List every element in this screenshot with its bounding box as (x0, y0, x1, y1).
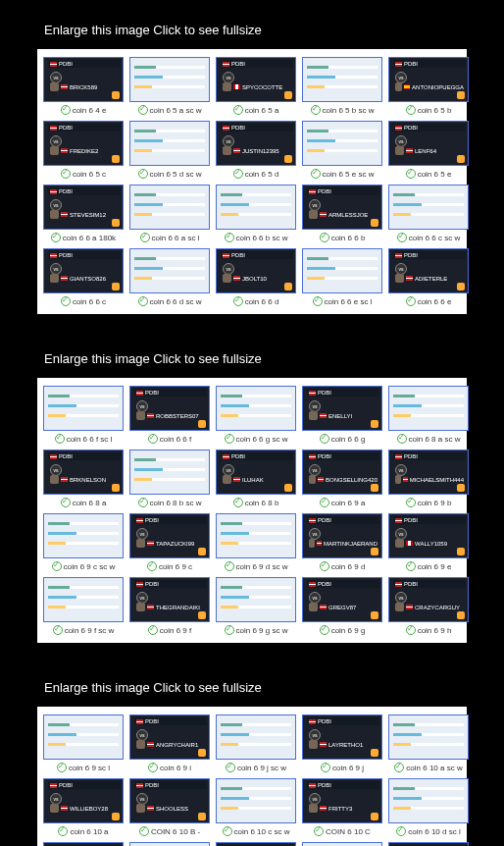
thumbnail[interactable] (302, 842, 382, 846)
badge-icon (457, 283, 465, 291)
thumbnail[interactable] (129, 121, 210, 166)
thumbnail[interactable] (216, 714, 296, 760)
thumbnail[interactable]: PDBIvsHECTORESCOBEDOO (43, 842, 124, 846)
thumbnail[interactable] (129, 185, 210, 230)
thumbnail[interactable] (216, 513, 296, 558)
thumbnail[interactable] (129, 842, 210, 846)
score-row (134, 85, 205, 88)
thumbnail[interactable]: PDBIvsFRITTY3 (302, 778, 382, 823)
check-icon (53, 625, 63, 635)
thumbnail[interactable] (388, 185, 469, 230)
thumbnail-cell: PDBIvsJUSTIN12395coin 6 5 d (216, 121, 296, 179)
thumbnail[interactable]: PDBIvsBOATSANDHOES90 (216, 842, 296, 846)
check-icon (397, 434, 407, 444)
score-row (221, 542, 291, 545)
enlarge-link[interactable]: Enlarge this image (44, 23, 150, 37)
label-text: coin 6 8 b sc w (150, 499, 202, 507)
enlarge-link[interactable]: Enlarge this image (44, 351, 150, 366)
thumbnail[interactable] (388, 714, 469, 760)
thumbnail-label: coin 6 8 b (233, 498, 279, 507)
thumbnail[interactable] (129, 449, 210, 495)
thumbnail[interactable] (129, 248, 210, 293)
fullsize-link[interactable]: Click to see fullsize (150, 680, 262, 695)
thumbnail[interactable] (216, 185, 296, 230)
thumbnail[interactable]: PDBIvsMICHAELSMITH444 (388, 449, 469, 495)
thumbnail-cell: PDBIvsADIETERLEcoin 6 6 e (388, 248, 469, 306)
thumbnail[interactable]: PDBIvsLAYRETHO1 (302, 714, 382, 760)
thumbnail[interactable]: PDBIvsTHEGRANDAIKI (129, 577, 210, 622)
thumbnail[interactable]: PDBIvsLENF64 (388, 121, 469, 166)
thumbnail-cell: coin 6 8 b sc w (129, 449, 210, 507)
thumbnail[interactable]: PDBIvsBRICK589 (43, 57, 124, 102)
thumbnail[interactable] (388, 778, 469, 823)
thumbnail[interactable] (43, 714, 124, 760)
thumbnail[interactable]: PDBIvsILUHAK (216, 449, 296, 495)
thumbnail-cell: PDBIvsARMLESSJOEcoin 6 6 b (302, 185, 382, 242)
thumbnail-cell: coin 6 6 b sc w (216, 185, 296, 242)
thumbnail[interactable] (302, 121, 382, 166)
thumbnail[interactable] (43, 386, 124, 431)
flag-icon (233, 477, 240, 482)
fullsize-link[interactable]: Click to see fullsize (150, 23, 262, 37)
thumbnail[interactable]: PDBIvsMARTINKJAERAND (302, 513, 382, 558)
thumbnail[interactable] (43, 577, 124, 622)
thumbnail-label: coin 6 5 b sc w (311, 105, 375, 115)
player1-row: PDBI (221, 124, 293, 132)
thumbnail[interactable]: PDBIvsADIETERLE (388, 248, 469, 293)
enlarge-caption[interactable]: Enlarge this image Click to see fullsize (0, 344, 504, 378)
thumbnail[interactable]: PDBIvsCRAZYCARGUY (388, 577, 469, 622)
player1-row: PDBI (221, 452, 293, 460)
player1-name: PDBI (145, 517, 159, 523)
thumbnail[interactable]: PDBIvsANTONIOPUEGGA (388, 57, 469, 102)
thumbnail[interactable]: PDBIvsANGRYCHAIR1 (129, 714, 210, 760)
thumbnail[interactable]: PDBIvsGIANTSO826 (43, 248, 124, 293)
enlarge-link[interactable]: Enlarge this image (44, 680, 150, 695)
thumbnail-cell: PDBIvsSPYCOCOTTEcoin 6 5 a (216, 57, 296, 115)
label-text: coin 6 6 a sc l (152, 234, 200, 242)
flag-icon (136, 391, 143, 396)
thumbnail[interactable]: PDBIvsROBBSTERS07 (129, 386, 210, 431)
enlarge-caption[interactable]: Enlarge this image Click to see fullsize (0, 672, 504, 707)
check-icon (320, 625, 329, 635)
thumbnail[interactable]: PDBIvsSTEVESIM12 (43, 185, 124, 230)
score-row (307, 149, 378, 152)
flag-icon (61, 148, 68, 153)
thumbnail[interactable]: PDBIvsARMLESSJOE (302, 185, 382, 230)
badge-icon (457, 91, 465, 99)
thumbnail[interactable]: PDBIvsSHOOLESS (129, 778, 210, 823)
label-text: coin 6 5 c (73, 170, 106, 179)
flag-icon (318, 477, 324, 482)
thumbnail[interactable]: PDBIvsJBOLT10 (216, 248, 296, 293)
player2-row: CRAZYCARGUY (393, 602, 466, 612)
thumbnail[interactable]: PDBIvsJUSTIN12395 (216, 121, 296, 166)
check-icon (311, 105, 321, 115)
thumbnail[interactable] (302, 57, 382, 102)
thumbnail[interactable]: PDBIvsSPYCOCOTTE (216, 57, 296, 102)
player1-name: PDBI (404, 61, 418, 67)
thumbnail[interactable]: PDBIvsWILLIEBOY28 (43, 778, 124, 823)
flag-icon (50, 783, 57, 788)
thumbnail[interactable] (43, 513, 124, 558)
fullsize-link[interactable]: Click to see fullsize (150, 351, 262, 366)
thumbnail[interactable] (216, 386, 296, 431)
thumbnail[interactable]: PDBIvsFREDIKE2 (43, 121, 124, 166)
thumbnail[interactable]: PDBIvsWALLY1059 (388, 513, 469, 558)
thumbnail[interactable]: PDBIvsENELLYI (302, 386, 382, 431)
thumbnail[interactable] (216, 577, 296, 622)
enlarge-caption[interactable]: Enlarge this image Click to see fullsize (0, 15, 504, 49)
thumbnail[interactable]: PDBIvsBONGSELLING420 (302, 449, 382, 495)
check-icon (61, 169, 71, 179)
thumbnail[interactable]: PDBIvsCHMURNIK (388, 842, 469, 846)
thumbnail[interactable] (216, 778, 296, 823)
thumbnail[interactable] (302, 248, 382, 293)
thumbnail[interactable]: PDBIvsBRKNELSON (43, 449, 124, 495)
thumbnail[interactable]: PDBIvsGREGV87 (302, 577, 382, 622)
player2-name: SPYCOCOTTE (242, 84, 282, 90)
score-row (134, 149, 205, 152)
thumbnail[interactable]: PDBIvsTAPAZUCKI99 (129, 513, 210, 558)
check-icon (313, 296, 323, 306)
player1-name: PDBI (59, 782, 73, 788)
thumbnail[interactable] (129, 57, 210, 102)
score-row (393, 193, 464, 196)
thumbnail[interactable] (388, 386, 469, 431)
